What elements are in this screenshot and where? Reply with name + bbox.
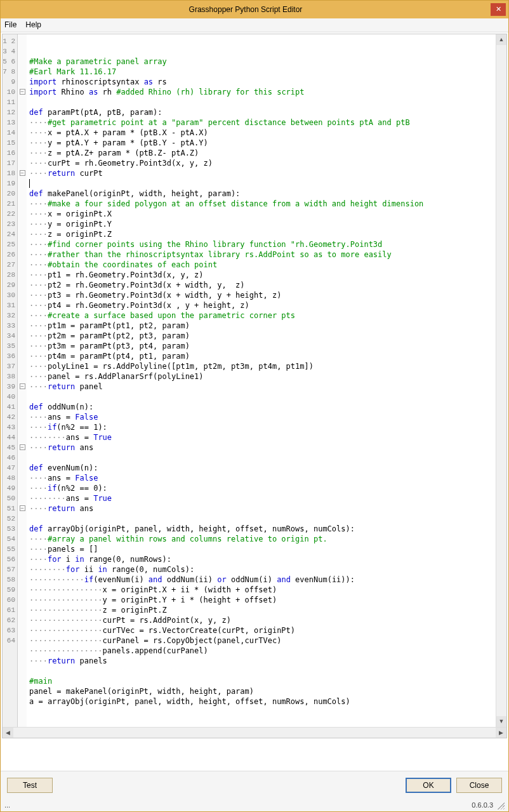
vertical-scrollbar[interactable]: ▲ ▼ bbox=[496, 34, 506, 727]
title-bar[interactable]: Grasshopper Python Script Editor ✕ bbox=[1, 1, 508, 18]
fold-toggle[interactable]: − bbox=[20, 383, 25, 389]
fold-toggle[interactable]: − bbox=[20, 170, 25, 176]
editor-area: 1 2 3 4 5 6 7 8 9 10 11 12 13 14 15 16 1… bbox=[2, 34, 507, 738]
scroll-down-button[interactable]: ▼ bbox=[496, 716, 506, 727]
editor-window: Grasshopper Python Script Editor ✕ File … bbox=[0, 0, 509, 812]
status-bar: ... 0.6.0.3 bbox=[1, 799, 508, 811]
hscroll-track[interactable] bbox=[13, 728, 496, 738]
scroll-left-button[interactable]: ◀ bbox=[3, 728, 13, 738]
code-editor[interactable]: 1 2 3 4 5 6 7 8 9 10 11 12 13 14 15 16 1… bbox=[3, 34, 506, 727]
menu-file[interactable]: File bbox=[4, 20, 17, 29]
ok-button[interactable]: OK bbox=[406, 778, 451, 793]
resize-grip-icon[interactable] bbox=[496, 801, 505, 809]
window-title: Grasshopper Python Script Editor bbox=[1, 5, 491, 14]
bottom-toolbar: Test OK Close bbox=[1, 771, 508, 799]
line-number-gutter: 1 2 3 4 5 6 7 8 9 10 11 12 13 14 15 16 1… bbox=[3, 34, 18, 727]
status-left: ... bbox=[4, 801, 10, 809]
menu-bar: File Help bbox=[1, 18, 508, 32]
window-close-button[interactable]: ✕ bbox=[491, 3, 506, 16]
close-button[interactable]: Close bbox=[456, 778, 502, 793]
menu-help[interactable]: Help bbox=[25, 20, 41, 29]
horizontal-scrollbar[interactable]: ◀ ▶ bbox=[3, 727, 506, 738]
fold-toggle[interactable]: − bbox=[20, 505, 25, 511]
fold-column[interactable]: −−−−− bbox=[18, 34, 27, 727]
close-icon: ✕ bbox=[496, 5, 501, 13]
scroll-up-button[interactable]: ▲ bbox=[496, 34, 506, 45]
scroll-right-button[interactable]: ▶ bbox=[496, 728, 506, 738]
code-text[interactable]: #Make a parametric panel array #Earl Mar… bbox=[29, 57, 493, 707]
fold-toggle[interactable]: − bbox=[20, 89, 25, 95]
version-label: 0.6.0.3 bbox=[472, 801, 493, 809]
test-button[interactable]: Test bbox=[7, 778, 53, 793]
fold-toggle[interactable]: − bbox=[20, 444, 25, 450]
code-view[interactable]: #Make a parametric panel array #Earl Mar… bbox=[27, 34, 496, 727]
